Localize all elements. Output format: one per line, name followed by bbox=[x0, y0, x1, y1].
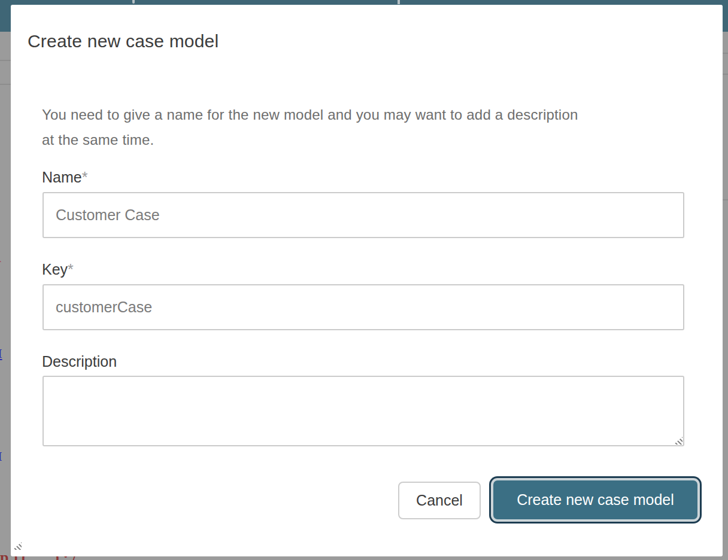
required-asterisk: * bbox=[68, 261, 74, 278]
create-case-model-dialog: Create new case model You need to give a… bbox=[11, 5, 723, 556]
dialog-intro-text: You need to give a name for the new mode… bbox=[42, 102, 688, 153]
header-text-fragment bbox=[132, 0, 135, 4]
description-field-label: Description bbox=[42, 353, 117, 370]
key-input[interactable] bbox=[43, 284, 684, 330]
code-fragment: A bbox=[0, 251, 1, 264]
backdrop-divider bbox=[722, 53, 728, 54]
backdrop-divider bbox=[0, 84, 11, 85]
backdrop-divider bbox=[722, 199, 728, 200]
header-text-fragment bbox=[398, 0, 400, 4]
code-fragment: I bbox=[0, 347, 2, 360]
name-field-label: Name* bbox=[42, 169, 87, 186]
backdrop-divider bbox=[722, 74, 728, 75]
backdrop-divider bbox=[0, 60, 11, 61]
code-fragment: I bbox=[0, 450, 2, 463]
create-new-case-model-button[interactable]: Create new case model bbox=[493, 480, 697, 519]
cancel-button[interactable]: Cancel bbox=[398, 482, 481, 519]
required-asterisk: * bbox=[82, 169, 88, 185]
description-textarea[interactable] bbox=[43, 376, 684, 446]
intro-line-2: at the same time. bbox=[42, 132, 154, 148]
intro-line-1: You need to give a name for the new mode… bbox=[42, 106, 578, 123]
name-input[interactable] bbox=[43, 192, 684, 238]
key-field-label: Key* bbox=[42, 261, 74, 278]
dialog-title: Create new case model bbox=[28, 31, 219, 51]
modal-resize-handle[interactable] bbox=[13, 542, 22, 550]
